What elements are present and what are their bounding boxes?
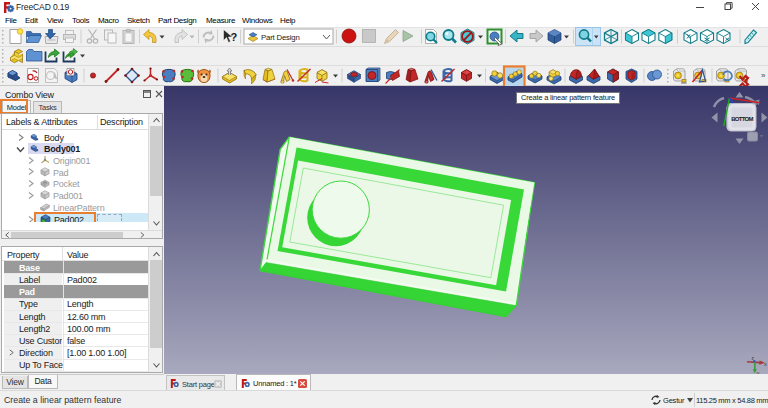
svg-text:BOTTOM: BOTTOM — [731, 116, 753, 122]
svg-text:Part Design: Part Design — [261, 33, 300, 42]
svg-text:x: x — [764, 361, 767, 367]
svg-text:»: » — [761, 71, 766, 80]
svg-text:?: ? — [231, 31, 238, 43]
svg-text:z: z — [752, 355, 755, 361]
